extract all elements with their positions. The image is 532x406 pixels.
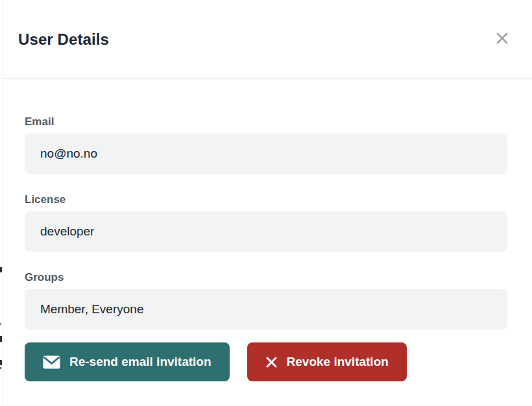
groups-field-group: Groups [25,271,507,329]
background-text-fragment [0,323,1,325]
x-icon [265,356,278,368]
page-title: User Details [18,30,109,49]
groups-field[interactable] [25,289,507,329]
license-field[interactable] [25,211,507,252]
revoke-invitation-button[interactable]: Revoke invitation [247,342,407,381]
envelope-icon [43,355,60,369]
email-field[interactable] [25,134,507,174]
revoke-invitation-label: Revoke invitation [287,355,389,369]
groups-label: Groups [25,271,507,284]
close-button[interactable] [493,30,511,49]
close-icon [495,31,509,47]
license-label: License [25,193,507,206]
modal-header: User Details [0,0,532,79]
modal-body: Email License Groups [0,79,532,406]
resend-invitation-label: Re-send email invitation [69,355,212,369]
screen: User Details Email License Gr [0,0,532,406]
action-button-row: Re-send email invitation Revoke invitati… [25,342,507,381]
email-field-group: Email [25,115,507,174]
license-field-group: License [25,193,507,252]
email-label: Email [25,115,507,128]
background-text-fragment [0,336,2,342]
modal-left-edge [3,0,3,406]
background-text-fragment [0,360,2,365]
resend-invitation-button[interactable]: Re-send email invitation [25,342,230,381]
background-text-fragment [0,367,1,369]
user-details-modal: User Details Email License Gr [0,0,532,406]
background-text-fragment [0,267,2,272]
